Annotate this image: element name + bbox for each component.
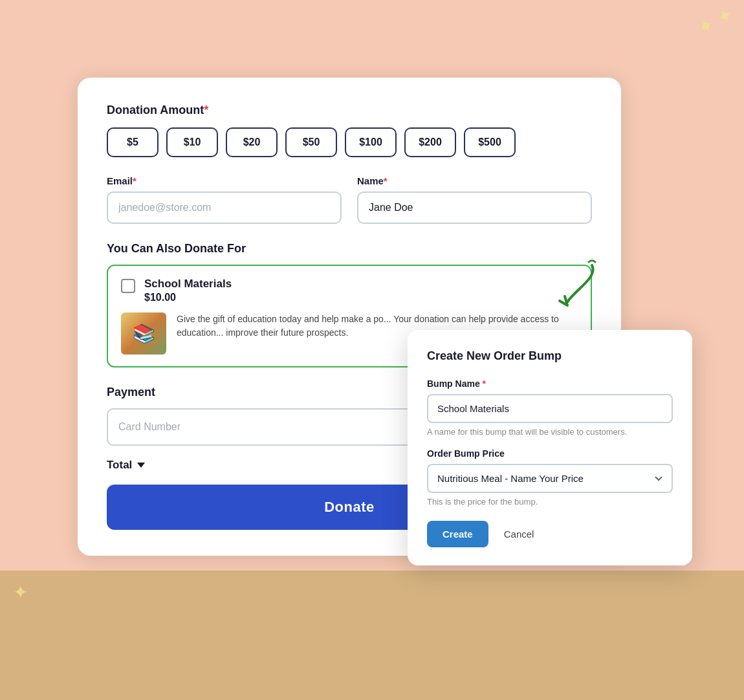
bottom-left-decoration: ✦ <box>13 582 28 603</box>
sand-decoration <box>0 571 744 700</box>
bump-header: School Materials $10.00 <box>121 278 578 303</box>
top-right-decoration: ✦ ✦ <box>694 2 738 40</box>
create-button[interactable]: Create <box>427 521 488 547</box>
bump-name-label: Bump Name * <box>427 378 673 389</box>
name-label: Name* <box>357 175 592 186</box>
order-bump-price-hint: This is the price for the bump. <box>427 497 673 507</box>
amount-200[interactable]: $200 <box>404 127 456 157</box>
donation-amount-required: * <box>204 104 208 116</box>
name-input[interactable] <box>357 191 592 224</box>
amount-500[interactable]: $500 <box>464 127 516 157</box>
bump-image-icon: 📚 <box>121 312 166 355</box>
email-name-row: Email* Name* <box>107 175 592 224</box>
email-input[interactable] <box>107 191 342 224</box>
amount-50[interactable]: $50 <box>285 127 337 157</box>
amount-5[interactable]: $5 <box>107 127 159 157</box>
modal-title: Create New Order Bump <box>427 349 673 363</box>
donation-amount-label: Donation Amount* <box>107 104 592 117</box>
bump-title: School Materials <box>144 278 232 290</box>
donation-amount-text: Donation Amount <box>107 104 204 116</box>
order-bump-price-select[interactable]: Nutritious Meal - Name Your Price School… <box>427 464 673 493</box>
bump-name-input[interactable] <box>427 394 673 423</box>
amount-grid: $5 $10 $20 $50 $100 $200 $500 <box>107 127 592 157</box>
cancel-button[interactable]: Cancel <box>499 521 540 547</box>
total-chevron-icon <box>137 463 145 468</box>
email-group: Email* <box>107 175 342 224</box>
bump-price: $10.00 <box>144 292 232 303</box>
amount-10[interactable]: $10 <box>166 127 218 157</box>
create-order-bump-modal: Create New Order Bump Bump Name * A name… <box>408 330 692 565</box>
total-label: Total <box>107 459 132 472</box>
donate-for-label: You Can Also Donate For <box>107 242 592 256</box>
amount-100[interactable]: $100 <box>345 127 397 157</box>
bump-name-hint: A name for this bump that will be visibl… <box>427 427 673 437</box>
email-label: Email* <box>107 175 342 186</box>
modal-actions: Create Cancel <box>427 521 673 547</box>
bump-image: 📚 <box>121 312 166 355</box>
bump-title-price: School Materials $10.00 <box>144 278 232 303</box>
amount-20[interactable]: $20 <box>226 127 278 157</box>
order-bump-price-label: Order Bump Price <box>427 448 673 459</box>
name-group: Name* <box>357 175 592 224</box>
bump-checkbox[interactable] <box>121 279 135 293</box>
